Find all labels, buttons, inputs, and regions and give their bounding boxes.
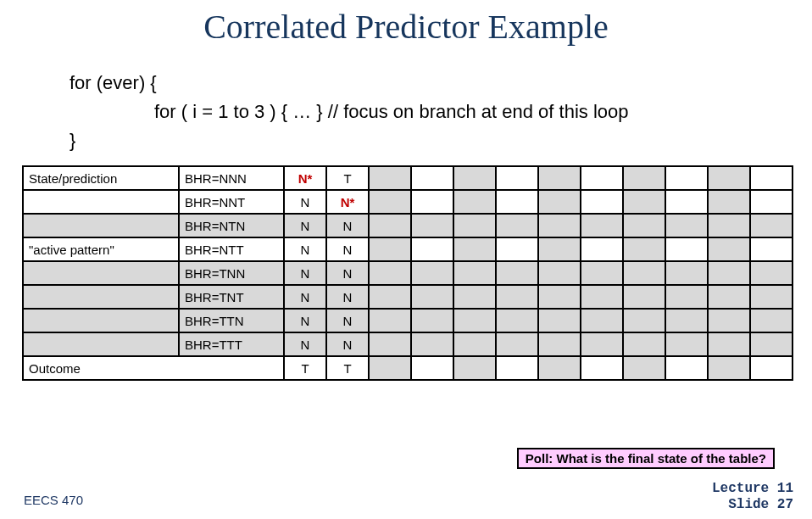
table-row: Outcome T T bbox=[23, 356, 793, 380]
cell bbox=[453, 332, 496, 356]
cell bbox=[496, 237, 538, 261]
code-snippet: for (ever) { for ( i = 1 to 3 ) { … } //… bbox=[70, 69, 812, 155]
cell bbox=[708, 309, 750, 332]
cell bbox=[665, 356, 708, 380]
cell: N* bbox=[326, 190, 369, 214]
cell: N bbox=[284, 332, 326, 356]
cell: N bbox=[326, 261, 369, 285]
bhr-cell: BHR=TTN bbox=[179, 309, 284, 332]
cell: N* bbox=[284, 166, 326, 190]
cell bbox=[369, 309, 411, 332]
cell bbox=[453, 166, 496, 190]
cell bbox=[538, 166, 581, 190]
cell bbox=[411, 261, 453, 285]
cell: N bbox=[326, 309, 369, 332]
cell bbox=[750, 237, 793, 261]
cell bbox=[750, 309, 793, 332]
cell bbox=[496, 332, 538, 356]
cell bbox=[623, 214, 665, 237]
cell bbox=[750, 261, 793, 285]
footer-course: EECS 470 bbox=[24, 493, 83, 507]
cell: T bbox=[326, 166, 369, 190]
row-label: Outcome bbox=[23, 356, 284, 380]
slide-title: Correlated Predictor Example bbox=[0, 0, 812, 47]
cell bbox=[411, 332, 453, 356]
cell bbox=[708, 356, 750, 380]
cell bbox=[665, 285, 708, 309]
cell bbox=[496, 214, 538, 237]
cell bbox=[581, 356, 623, 380]
cell bbox=[453, 285, 496, 309]
cell: N bbox=[284, 237, 326, 261]
cell bbox=[665, 166, 708, 190]
cell bbox=[581, 285, 623, 309]
cell bbox=[665, 332, 708, 356]
cell bbox=[708, 166, 750, 190]
cell: N bbox=[326, 285, 369, 309]
table-row: BHR=TTT N N bbox=[23, 332, 793, 356]
cell bbox=[538, 190, 581, 214]
table-row: State/prediction BHR=NNN N* T bbox=[23, 166, 793, 190]
row-label bbox=[23, 214, 179, 237]
cell bbox=[369, 285, 411, 309]
cell bbox=[453, 190, 496, 214]
cell bbox=[453, 214, 496, 237]
cell: N bbox=[326, 332, 369, 356]
cell: N bbox=[284, 309, 326, 332]
cell bbox=[750, 166, 793, 190]
footer-slide-number: Slide 27 bbox=[712, 497, 793, 512]
bhr-cell: BHR=TTT bbox=[179, 332, 284, 356]
cell: N bbox=[284, 285, 326, 309]
footer-lecture: Lecture 11 Slide 27 bbox=[712, 481, 793, 512]
cell bbox=[538, 285, 581, 309]
code-line: for ( i = 1 to 3 ) { … } // focus on bra… bbox=[70, 98, 812, 126]
cell: T bbox=[326, 356, 369, 380]
cell bbox=[453, 356, 496, 380]
cell bbox=[411, 214, 453, 237]
row-label: "active pattern" bbox=[23, 237, 179, 261]
row-label bbox=[23, 190, 179, 214]
predictor-table: State/prediction BHR=NNN N* T BHR=NNT N … bbox=[22, 165, 793, 381]
cell bbox=[496, 285, 538, 309]
cell bbox=[708, 190, 750, 214]
cell bbox=[496, 166, 538, 190]
cell bbox=[369, 214, 411, 237]
cell: N bbox=[284, 261, 326, 285]
cell bbox=[411, 166, 453, 190]
bhr-cell: BHR=TNT bbox=[179, 285, 284, 309]
cell bbox=[581, 332, 623, 356]
cell bbox=[750, 356, 793, 380]
cell: N bbox=[326, 237, 369, 261]
cell bbox=[453, 237, 496, 261]
cell bbox=[665, 237, 708, 261]
bhr-cell: BHR=TNN bbox=[179, 261, 284, 285]
table-row: BHR=TTN N N bbox=[23, 309, 793, 332]
cell bbox=[581, 237, 623, 261]
footer-lecture-number: Lecture 11 bbox=[712, 481, 793, 496]
cell bbox=[750, 214, 793, 237]
cell bbox=[496, 190, 538, 214]
cell bbox=[411, 237, 453, 261]
code-line: } bbox=[70, 126, 812, 155]
cell bbox=[538, 356, 581, 380]
bhr-cell: BHR=NNT bbox=[179, 190, 284, 214]
cell bbox=[665, 214, 708, 237]
cell bbox=[496, 309, 538, 332]
cell bbox=[623, 309, 665, 332]
cell bbox=[623, 285, 665, 309]
cell bbox=[538, 214, 581, 237]
cell bbox=[369, 332, 411, 356]
cell bbox=[708, 285, 750, 309]
bhr-cell: BHR=NNN bbox=[179, 166, 284, 190]
cell: N bbox=[284, 214, 326, 237]
cell: N bbox=[326, 214, 369, 237]
table-row: BHR=TNT N N bbox=[23, 285, 793, 309]
table-row: "active pattern" BHR=NTT N N bbox=[23, 237, 793, 261]
cell bbox=[750, 285, 793, 309]
cell bbox=[369, 356, 411, 380]
bhr-cell: BHR=NTT bbox=[179, 237, 284, 261]
cell bbox=[538, 237, 581, 261]
cell bbox=[665, 190, 708, 214]
cell bbox=[708, 332, 750, 356]
cell bbox=[581, 214, 623, 237]
